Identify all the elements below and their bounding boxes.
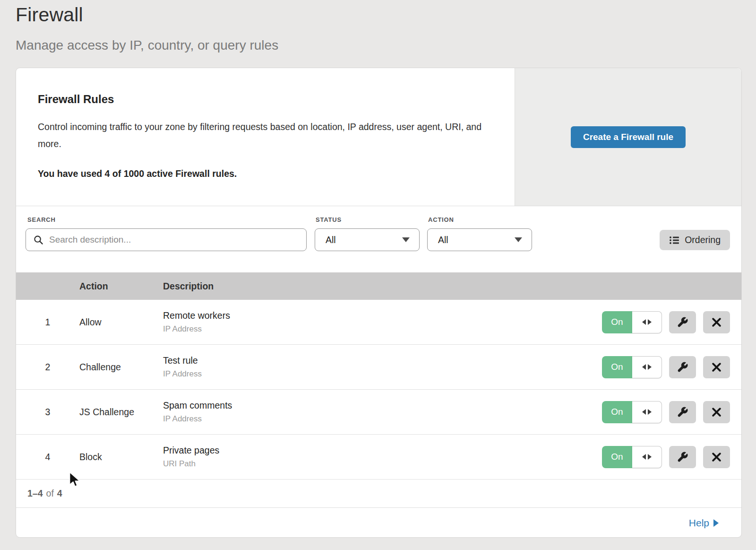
rules-usage-note: You have used 4 of 1000 active Firewall … xyxy=(38,168,515,179)
rules-list: 1 Allow Remote workers IP Address On xyxy=(16,300,741,480)
rule-action: Allow xyxy=(79,317,163,328)
rule-priority: 3 xyxy=(16,407,79,418)
action-select[interactable]: All xyxy=(427,228,532,251)
rule-match-field: IP Address xyxy=(163,324,602,334)
filters-bar: SEARCH STATUS ACTION All All xyxy=(16,206,741,272)
chevron-down-icon xyxy=(402,237,410,242)
close-icon xyxy=(711,362,722,373)
rule-match-field: IP Address xyxy=(163,369,602,379)
arrow-right-icon xyxy=(713,519,719,527)
toggle-on-label: On xyxy=(602,401,632,423)
table-row: 3 JS Challenge Spam comments IP Address … xyxy=(16,390,741,435)
delete-rule-button[interactable] xyxy=(703,446,730,468)
ordering-list-icon xyxy=(669,236,679,245)
toggle-handle xyxy=(632,446,662,468)
table-row: 1 Allow Remote workers IP Address On xyxy=(16,300,741,345)
rule-action: Block xyxy=(79,452,163,463)
rule-match-field: IP Address xyxy=(163,414,602,424)
toggle-handle xyxy=(632,401,662,423)
rule-priority: 4 xyxy=(16,452,79,463)
rule-priority: 2 xyxy=(16,362,79,373)
pagination-total: 4 xyxy=(57,488,62,499)
toggle-on-label: On xyxy=(602,356,632,378)
chevron-down-icon xyxy=(515,237,522,242)
triangle-left-icon xyxy=(642,409,646,415)
wrench-icon xyxy=(677,406,688,418)
rule-priority: 1 xyxy=(16,317,79,328)
close-icon xyxy=(711,407,722,418)
triangle-right-icon xyxy=(648,454,652,460)
rule-enabled-toggle[interactable]: On xyxy=(602,356,662,378)
close-icon xyxy=(711,452,722,463)
delete-rule-button[interactable] xyxy=(703,311,730,333)
close-icon xyxy=(711,317,722,328)
pagination-bar: 1–4 of 4 xyxy=(16,480,741,508)
rules-summary-section: Firewall Rules Control incoming traffic … xyxy=(16,68,741,206)
triangle-left-icon xyxy=(642,454,646,460)
page-title: Firewall xyxy=(16,4,83,26)
rule-description-cell: Private pages URI Path xyxy=(163,445,602,469)
pagination-of-label: of xyxy=(46,488,54,499)
rule-description: Test rule xyxy=(163,355,602,366)
ordering-button-label: Ordering xyxy=(685,235,721,245)
search-input[interactable] xyxy=(48,234,306,245)
edit-rule-button[interactable] xyxy=(669,446,696,468)
rules-card-description: Control incoming traffic to your zone by… xyxy=(38,118,482,152)
column-header-action: Action xyxy=(79,281,163,292)
table-row: 2 Challenge Test rule IP Address On xyxy=(16,345,741,390)
rule-action: JS Challenge xyxy=(79,407,163,418)
table-header: Action Description xyxy=(16,272,741,300)
toggle-handle xyxy=(632,311,662,333)
search-label: SEARCH xyxy=(27,216,56,223)
help-link-label: Help xyxy=(689,517,709,529)
wrench-icon xyxy=(677,316,688,328)
toggle-handle xyxy=(632,356,662,378)
rule-controls: On xyxy=(602,356,730,378)
rule-controls: On xyxy=(602,401,730,423)
firewall-rules-panel: Firewall Rules Control incoming traffic … xyxy=(16,68,742,538)
rule-description: Spam comments xyxy=(163,400,602,411)
help-bar: Help xyxy=(16,508,741,538)
create-firewall-rule-button[interactable]: Create a Firewall rule xyxy=(571,126,686,148)
rule-controls: On xyxy=(602,311,730,333)
rule-controls: On xyxy=(602,446,730,468)
rule-description-cell: Test rule IP Address xyxy=(163,355,602,379)
edit-rule-button[interactable] xyxy=(669,311,696,333)
toggle-on-label: On xyxy=(602,311,632,333)
rules-summary-text: Firewall Rules Control incoming traffic … xyxy=(16,68,515,206)
search-box xyxy=(26,228,307,251)
help-link[interactable]: Help xyxy=(689,517,719,529)
rule-description-cell: Remote workers IP Address xyxy=(163,310,602,334)
rule-description: Private pages xyxy=(163,445,602,456)
wrench-icon xyxy=(677,451,688,463)
edit-rule-button[interactable] xyxy=(669,401,696,423)
rule-enabled-toggle[interactable]: On xyxy=(602,311,662,333)
rule-match-field: URI Path xyxy=(163,459,602,469)
table-row: 4 Block Private pages URI Path On xyxy=(16,435,741,480)
action-label: ACTION xyxy=(428,216,454,223)
ordering-button[interactable]: Ordering xyxy=(660,230,730,250)
triangle-left-icon xyxy=(642,364,646,370)
status-select[interactable]: All xyxy=(315,228,420,251)
toggle-on-label: On xyxy=(602,446,632,468)
create-rule-aside: Create a Firewall rule xyxy=(515,68,741,206)
rule-description: Remote workers xyxy=(163,310,602,321)
rules-card-heading: Firewall Rules xyxy=(38,93,515,106)
search-icon xyxy=(34,235,43,245)
edit-rule-button[interactable] xyxy=(669,356,696,378)
delete-rule-button[interactable] xyxy=(703,401,730,423)
pagination-range: 1–4 xyxy=(27,488,43,499)
rule-description-cell: Spam comments IP Address xyxy=(163,400,602,424)
rule-action: Challenge xyxy=(79,362,163,373)
status-label: STATUS xyxy=(316,216,342,223)
triangle-right-icon xyxy=(648,364,652,370)
triangle-right-icon xyxy=(648,319,652,325)
rule-enabled-toggle[interactable]: On xyxy=(602,401,662,423)
column-header-description: Description xyxy=(163,281,741,292)
action-select-value: All xyxy=(438,235,448,245)
status-select-value: All xyxy=(326,235,336,245)
triangle-left-icon xyxy=(642,319,646,325)
rule-enabled-toggle[interactable]: On xyxy=(602,446,662,468)
delete-rule-button[interactable] xyxy=(703,356,730,378)
triangle-right-icon xyxy=(648,409,652,415)
